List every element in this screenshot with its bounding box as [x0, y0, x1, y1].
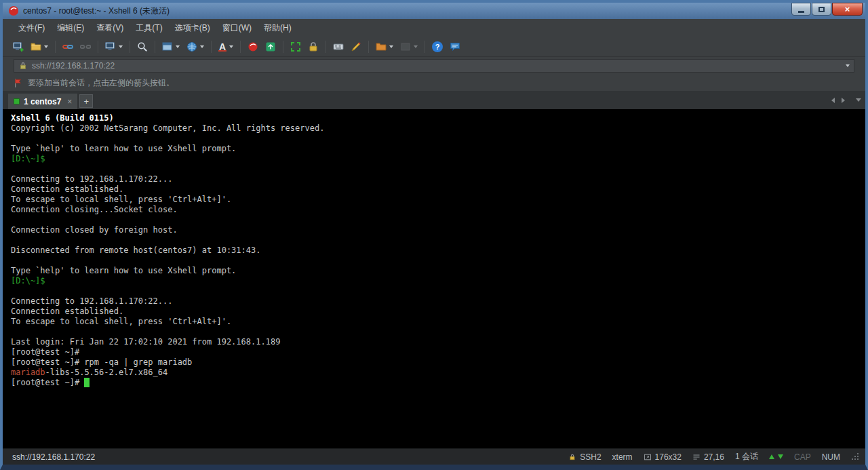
dropdown-caret-icon — [176, 45, 180, 48]
menu-file[interactable]: 文件(F) — [12, 20, 51, 37]
dropdown-caret-icon — [414, 45, 418, 48]
flag-icon — [14, 78, 23, 88]
download-activity-icon — [778, 454, 783, 459]
dropdown-caret-icon — [119, 45, 123, 48]
session-status-icon — [14, 98, 20, 104]
menu-view[interactable]: 查看(V) — [90, 20, 130, 37]
address-bar-row: ssh://192.168.1.170:22 — [3, 57, 865, 75]
chat-bubble-icon — [450, 41, 460, 52]
resize-grip-icon[interactable] — [851, 452, 860, 461]
highlighter-pen-icon — [351, 41, 361, 52]
address-value: ssh://192.168.1.170:22 — [32, 61, 115, 71]
status-right-cluster: SSH2 xterm 176x32 27,16 1 会话 CAP NUM — [568, 451, 860, 463]
status-url: ssh://192.168.1.170:22 — [12, 452, 95, 462]
transfer-folder-button[interactable] — [373, 39, 396, 55]
info-bar: 要添加当前会话，点击左侧的箭头按钮。 — [3, 75, 865, 91]
fullscreen-icon — [290, 41, 301, 52]
search-icon — [137, 41, 148, 52]
reconnect-button[interactable] — [60, 39, 76, 55]
address-dropdown-icon[interactable] — [846, 64, 850, 67]
web-browser-button[interactable] — [184, 39, 207, 55]
connect-icon — [62, 41, 73, 52]
upload-button[interactable] — [397, 39, 420, 55]
toolbar-separator — [55, 41, 56, 53]
tab-navigation — [831, 91, 861, 109]
menu-bar: 文件(F) 编辑(E) 查看(V) 工具(T) 选项卡(B) 窗口(W) 帮助(… — [3, 19, 865, 37]
status-lock-icon — [568, 453, 576, 461]
tab-label: 1 centos7 — [24, 97, 61, 106]
terminal-output[interactable]: Xshell 6 (Build 0115)Copyright (c) 2002 … — [3, 109, 865, 448]
new-tab-button[interactable]: + — [79, 94, 93, 108]
xftp-icon — [265, 41, 276, 52]
xftp-button[interactable] — [262, 39, 279, 55]
menu-window[interactable]: 窗口(W) — [216, 20, 258, 37]
disconnect-icon — [80, 41, 91, 52]
info-text: 要添加当前会话，点击左侧的箭头按钮。 — [28, 77, 174, 89]
session-properties-button[interactable] — [159, 39, 182, 55]
status-session-count: 1 会话 — [735, 451, 758, 463]
new-terminal-button[interactable] — [102, 39, 125, 55]
lock-icon — [308, 41, 319, 52]
fullscreen-button[interactable] — [288, 39, 304, 55]
xshell-app-icon — [8, 5, 19, 16]
dropdown-caret-icon — [389, 45, 393, 48]
status-terminal-type: xterm — [612, 452, 633, 462]
new-session-icon — [13, 41, 24, 52]
status-activity — [769, 454, 783, 459]
status-cursor-position: 27,16 — [692, 452, 724, 462]
toolbar: A — [3, 37, 865, 57]
menu-tools[interactable]: 工具(T) — [130, 20, 168, 37]
tab-bar: 1 centos7 × + — [3, 91, 865, 109]
close-button[interactable]: × — [832, 3, 863, 16]
font-icon: A — [218, 42, 226, 52]
menu-help[interactable]: 帮助(H) — [258, 20, 298, 37]
menu-tabs[interactable]: 选项卡(B) — [169, 20, 216, 37]
toolbar-separator — [98, 41, 98, 53]
address-lock-icon — [18, 61, 28, 71]
minimize-button[interactable] — [791, 3, 811, 16]
toolbar-separator — [368, 41, 369, 53]
status-protocol: SSH2 — [568, 452, 601, 462]
tab-scroll-left-icon[interactable] — [831, 98, 835, 103]
xagent-icon — [248, 41, 258, 52]
open-session-folder-button[interactable] — [28, 39, 51, 55]
upload-activity-icon — [769, 454, 774, 459]
toolbar-separator — [326, 41, 326, 53]
globe-icon — [186, 41, 197, 52]
toolbar-separator — [155, 41, 155, 53]
address-input[interactable]: ssh://192.168.1.170:22 — [14, 59, 854, 73]
dropdown-caret-icon — [200, 45, 204, 48]
upload-disabled-icon — [400, 41, 411, 52]
lock-screen-button[interactable] — [305, 39, 321, 55]
toolbar-separator — [211, 41, 212, 53]
menu-edit[interactable]: 编辑(E) — [51, 20, 90, 37]
find-button[interactable] — [134, 39, 151, 55]
font-color-button[interactable]: A — [216, 39, 236, 55]
maximize-icon — [818, 7, 825, 12]
highlight-button[interactable] — [348, 39, 364, 55]
keyboard-icon — [333, 41, 344, 52]
tab-scroll-right-icon[interactable] — [842, 98, 845, 103]
status-caps-lock: CAP — [794, 452, 811, 462]
new-session-button[interactable] — [10, 39, 26, 55]
toolbar-separator — [130, 41, 130, 53]
xagent-button[interactable] — [245, 39, 261, 55]
resize-icon — [644, 453, 652, 461]
dropdown-caret-icon — [229, 45, 233, 48]
titlebar[interactable]: centos7 - root@test:~ - Xshell 6 (未激活) × — [3, 3, 865, 19]
terminal-window-icon — [105, 41, 116, 52]
toolbar-separator — [240, 41, 241, 53]
help-button[interactable]: ? — [429, 39, 446, 55]
disconnect-button[interactable] — [77, 39, 94, 55]
tab-list-dropdown-icon[interactable] — [856, 98, 861, 102]
maximize-button[interactable] — [812, 3, 831, 16]
window-controls: × — [791, 3, 863, 16]
transfer-folder-icon — [376, 41, 387, 52]
folder-icon — [31, 41, 41, 52]
toolbar-separator — [425, 41, 425, 53]
tab-close-icon[interactable]: × — [67, 98, 72, 106]
virtual-keyboard-button[interactable] — [330, 39, 347, 55]
tab-centos7[interactable]: 1 centos7 × — [8, 94, 77, 109]
status-bar: ssh://192.168.1.170:22 SSH2 xterm 176x32… — [3, 448, 865, 465]
feedback-button[interactable] — [447, 39, 463, 55]
